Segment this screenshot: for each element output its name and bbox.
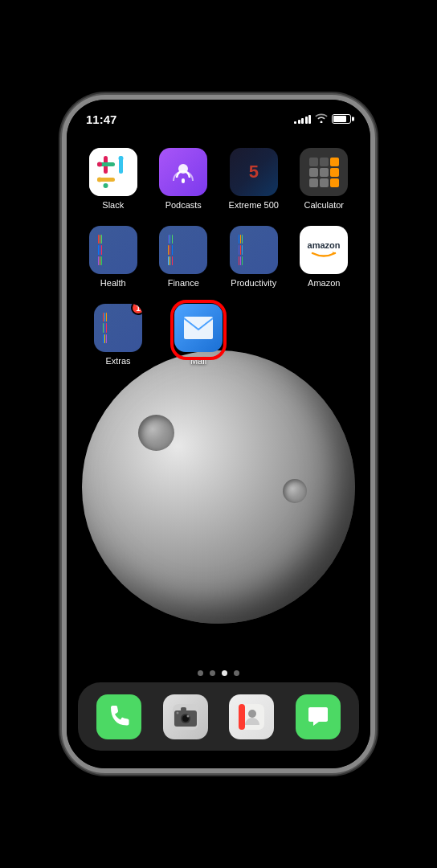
svg-point-18 — [186, 714, 189, 717]
app-label-finance: Finance — [168, 278, 199, 288]
svg-point-7 — [118, 156, 123, 161]
app-extras-folder[interactable]: 1 Extras — [89, 304, 147, 366]
app-calculator[interactable]: Calculator — [295, 148, 353, 210]
app-productivity-folder[interactable]: Productivity — [225, 226, 283, 288]
app-row-2: Health Financ — [78, 226, 359, 288]
app-label-extreme500: Extreme 500 — [229, 200, 279, 210]
app-health-folder[interactable]: Health — [84, 226, 142, 288]
app-grid: Slack Podcasts 5 Ext — [78, 148, 359, 382]
mail-highlight-ring — [170, 300, 227, 360]
svg-rect-10 — [182, 178, 185, 183]
app-finance-folder[interactable]: Finance — [154, 226, 212, 288]
app-label-podcasts: Podcasts — [165, 200, 202, 210]
svg-point-20 — [176, 711, 178, 714]
dock-contacts[interactable] — [226, 694, 277, 739]
app-label-extras: Extras — [105, 356, 130, 366]
app-label-health: Health — [100, 278, 126, 288]
status-bar: 11:47 — [67, 111, 370, 127]
app-label-amazon: Amazon — [308, 278, 340, 288]
page-dot-4 — [234, 670, 239, 676]
app-slack[interactable]: Slack — [84, 148, 142, 210]
app-amazon[interactable]: amazon Amazon — [295, 226, 353, 288]
dock — [78, 682, 359, 751]
extras-badge: 1 — [131, 304, 142, 315]
dock-messages[interactable] — [292, 694, 344, 739]
battery-icon — [332, 114, 351, 124]
app-row-1: Slack Podcasts 5 Ext — [78, 148, 359, 210]
wifi-icon — [315, 113, 328, 125]
app-podcasts[interactable]: Podcasts — [154, 148, 212, 210]
svg-rect-22 — [239, 704, 245, 730]
page-indicator — [67, 670, 370, 676]
svg-point-6 — [97, 178, 102, 182]
status-icons — [294, 113, 351, 125]
page-dot-1 — [198, 670, 203, 676]
svg-text:amazon: amazon — [308, 240, 341, 250]
app-label-calculator: Calculator — [304, 200, 344, 210]
svg-rect-19 — [181, 707, 186, 711]
page-dot-3 — [222, 670, 227, 676]
svg-point-23 — [248, 710, 256, 718]
svg-rect-11 — [306, 232, 341, 268]
svg-rect-0 — [89, 148, 137, 196]
svg-point-8 — [103, 183, 108, 188]
app-extreme500[interactable]: 5 Extreme 500 — [225, 148, 283, 210]
dock-phone[interactable] — [93, 694, 145, 739]
app-label-productivity: Productivity — [231, 278, 276, 288]
status-time: 11:47 — [86, 113, 116, 126]
svg-point-5 — [97, 162, 102, 167]
app-label-slack: Slack — [102, 200, 124, 210]
moon-graphic — [82, 350, 355, 624]
page-dot-2 — [210, 670, 215, 676]
app-row-3: 1 Extras Mail — [78, 304, 359, 366]
signal-bars-icon — [294, 114, 311, 124]
app-mail[interactable]: Mail — [169, 304, 227, 366]
dock-camera[interactable] — [160, 694, 211, 739]
